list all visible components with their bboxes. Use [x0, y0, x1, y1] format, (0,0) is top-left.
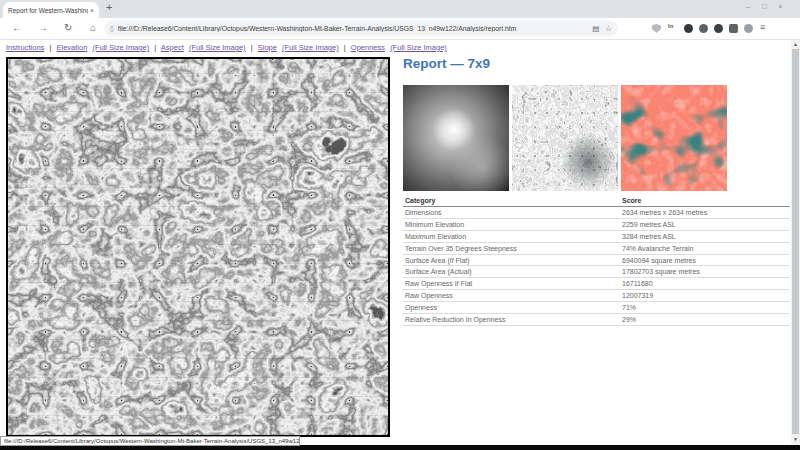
window-maximize-button[interactable]: □: [762, 2, 767, 11]
elevation-thumbnail[interactable]: [403, 85, 509, 191]
page-doc-icon: ▯: [110, 25, 114, 33]
table-row: Relative Reduction In Openness 29%: [403, 314, 790, 326]
nav-separator: |: [49, 43, 51, 52]
cell-score: 6940094 square metres: [622, 255, 696, 267]
table-row: Terrain Over 35 Degrees Steepness 74% Av…: [403, 243, 790, 255]
linkedin-extension-icon[interactable]: In: [668, 23, 673, 29]
menu-icon[interactable]: ≡: [760, 22, 765, 32]
extension-icon[interactable]: [714, 24, 723, 33]
scrollbar-thumb[interactable]: [792, 49, 799, 434]
scroll-down-icon[interactable]: ▼: [792, 436, 799, 442]
cell-category: Raw Openness If Flat: [405, 280, 472, 287]
cell-score: 2259 metres ASL: [622, 219, 676, 231]
table-row: Raw Openness 12007319: [403, 290, 790, 302]
table-row: Raw Openness If Flat 16711680: [403, 278, 790, 290]
tile-grid-artifact: [8, 59, 388, 435]
url-text[interactable]: file:///D:/Release6/Content/Library/Octo…: [118, 25, 586, 32]
cell-score: 29%: [622, 314, 636, 326]
nav-link-slope-full-size[interactable]: (Full Size Image): [282, 43, 339, 52]
bookmark-star-icon[interactable]: ☆: [605, 24, 612, 33]
profile-avatar[interactable]: [744, 24, 753, 33]
cell-category: Openness: [405, 304, 437, 311]
nav-link-elevation-full-size[interactable]: (Full Size Image): [92, 43, 149, 52]
report-table: Category Score Dimensions 2634 metres x …: [403, 195, 790, 326]
openness-map-image: [6, 57, 390, 437]
browser-tab[interactable]: Report for Western-Washington-M ×: [3, 2, 99, 18]
nav-link-aspect-full-size[interactable]: (Full Size Image): [189, 43, 246, 52]
tab-close-icon[interactable]: ×: [90, 7, 94, 14]
cell-category: Surface Area (Actual): [405, 268, 472, 275]
browser-window: Report for Western-Washington-M × + – □ …: [0, 0, 800, 450]
extension-icon[interactable]: [729, 24, 738, 33]
header-category: Category: [405, 197, 435, 204]
back-icon[interactable]: ←: [12, 21, 22, 35]
forward-icon[interactable]: →: [38, 21, 48, 35]
avalanche-texture: [621, 85, 727, 191]
report-page: Instructions | Elevation (Full Size Imag…: [0, 40, 800, 445]
home-icon[interactable]: ⌂: [90, 21, 96, 35]
table-row: Maximum Elevation 3284 metres ASL: [403, 231, 790, 243]
cell-category: Relative Reduction In Openness: [405, 316, 505, 323]
report-nav: Instructions | Elevation (Full Size Imag…: [6, 43, 447, 52]
table-row: Minimum Elevation 2259 metres ASL: [403, 219, 790, 231]
nav-separator: |: [251, 43, 253, 52]
nav-link-aspect[interactable]: Aspect: [161, 43, 184, 52]
table-row: Openness 71%: [403, 302, 790, 314]
nav-link-elevation[interactable]: Elevation: [57, 43, 88, 52]
nav-separator: |: [154, 43, 156, 52]
nav-link-slope[interactable]: Slope: [258, 43, 277, 52]
nav-link-openness[interactable]: Openness: [351, 43, 385, 52]
window-minimize-button[interactable]: –: [746, 2, 750, 11]
cell-category: Maximum Elevation: [405, 233, 466, 240]
address-bar[interactable]: ▯ file:///D:/Release6/Content/Library/Oc…: [104, 21, 618, 36]
cell-score: 74% Avalanche Terrain: [622, 243, 693, 255]
reading-list-icon[interactable]: ▤: [592, 24, 599, 33]
extension-icon[interactable]: [684, 24, 693, 33]
cell-category: Minimum Elevation: [405, 221, 464, 228]
scroll-up-icon[interactable]: ▲: [792, 41, 799, 47]
slope-thumbnail[interactable]: [512, 85, 618, 191]
cell-category: Terrain Over 35 Degrees Steepness: [405, 245, 517, 252]
cell-category: Raw Openness: [405, 292, 453, 299]
cell-score: 71%: [622, 302, 636, 314]
shadow-area: [512, 85, 618, 191]
header-score: Score: [622, 195, 641, 207]
nav-link-instructions[interactable]: Instructions: [6, 43, 44, 52]
cell-score: 12007319: [622, 290, 653, 302]
cell-score: 16711680: [622, 278, 653, 290]
cell-score: 17802703 square metres: [622, 266, 700, 278]
browser-toolbar: ← → ↻ ⌂ ▯ file:///D:/Release6/Content/Li…: [0, 18, 800, 40]
table-row: Surface Area (Actual) 17802703 square me…: [403, 266, 790, 278]
new-tab-button[interactable]: +: [106, 1, 112, 13]
nav-separator: |: [344, 43, 346, 52]
table-row: Surface Area (If Flat) 6940094 square me…: [403, 255, 790, 267]
cell-category: Surface Area (If Flat): [405, 257, 470, 264]
tab-strip: Report for Western-Washington-M × + – □ …: [0, 0, 800, 18]
shield-extension-icon[interactable]: [652, 24, 661, 33]
tab-title: Report for Western-Washington-M: [8, 7, 88, 14]
table-header-row: Category Score: [403, 195, 790, 207]
cell-score: 3284 metres ASL: [622, 231, 676, 243]
extension-icon[interactable]: [699, 24, 708, 33]
table-row: Dimensions 2634 metres x 2634 metres: [403, 207, 790, 219]
window-close-button[interactable]: ×: [778, 2, 783, 11]
reload-icon[interactable]: ↻: [64, 21, 72, 35]
vertical-scrollbar[interactable]: ▲ ▼: [791, 40, 800, 445]
cell-score: 2634 metres x 2634 metres: [622, 207, 707, 219]
page-title: Report — 7x9: [403, 56, 490, 71]
openness-thumbnail[interactable]: [621, 85, 727, 191]
nav-link-openness-full-size[interactable]: (Full Size Image): [390, 43, 447, 52]
status-bar: file:///D:/Release6/Content/Library/Octo…: [0, 436, 300, 446]
cell-category: Dimensions: [405, 209, 442, 216]
